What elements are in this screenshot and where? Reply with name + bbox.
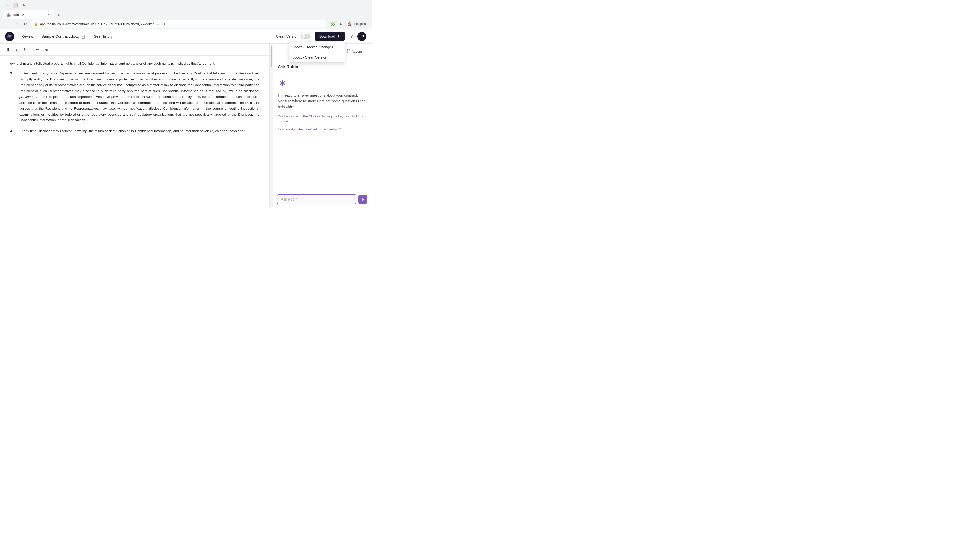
copy-doc-icon[interactable]: 📋: [81, 35, 85, 38]
maximize-button[interactable]: ⬜: [12, 2, 19, 9]
panel-scrollbar[interactable]: [270, 44, 273, 207]
browser-titlebar: — ⬜ ✕: [0, 0, 372, 10]
italic-button[interactable]: i: [13, 46, 21, 53]
robin-chat-area: I'm ready to answer questions about your…: [278, 75, 366, 139]
ask-robin-chat-content: I'm ready to answer questions about your…: [273, 75, 372, 191]
download-button-label: Download: [319, 35, 335, 38]
app: Review Sample Contract.docx 📋 See Histor…: [0, 29, 372, 207]
toolbar-divider: [31, 47, 32, 52]
actions-button[interactable]: [ ] Actions: [343, 47, 366, 56]
window-controls: — ⬜ ✕: [3, 2, 27, 9]
robin-suggestion-1[interactable]: Draft an email to the CEO explaining the…: [278, 114, 366, 124]
underline-button[interactable]: U: [21, 46, 29, 53]
download-tracked-changes[interactable]: .docx - Tracked Changes: [289, 42, 345, 52]
send-icon: ➤: [361, 197, 365, 202]
new-tab-button[interactable]: +: [55, 12, 62, 19]
clean-version-toggle[interactable]: [301, 34, 310, 39]
lock-icon: 🔒: [34, 22, 38, 26]
list-item-4: 4. At any time Discloser may request, in…: [10, 128, 259, 134]
paragraph-intro: ownership and intellectual property righ…: [10, 61, 259, 67]
list-text-4: At any time Discloser may request, in wr…: [19, 128, 259, 134]
active-tab[interactable]: 🤖 Robin AI ✕: [3, 10, 54, 19]
list-item-3: 3. If Recipient or any of its Representa…: [10, 71, 259, 123]
editor-document[interactable]: ownership and intellectual property righ…: [0, 56, 269, 207]
list-number-3: 3.: [10, 71, 15, 123]
download-clean-version[interactable]: .docx - Clean Version: [289, 52, 345, 62]
minimize-button[interactable]: —: [3, 2, 10, 9]
scroll-thumb: [271, 46, 272, 67]
bold-button[interactable]: B: [4, 46, 12, 53]
ask-input-area: ➤: [273, 191, 372, 207]
logo[interactable]: [5, 32, 14, 41]
download-area: Download ⬇ .docx - Tracked Changes .docx…: [315, 32, 345, 41]
robin-suggestion-2[interactable]: How are disputes resolved in this contra…: [278, 127, 366, 132]
see-history-button[interactable]: See History: [90, 33, 116, 40]
tab-close-button[interactable]: ✕: [46, 13, 51, 17]
clean-version-area: Clean Version: [276, 34, 310, 39]
indent-right-button[interactable]: ⇥: [42, 46, 50, 53]
incognito-icon: 🕵: [348, 22, 352, 26]
help-button[interactable]: ?: [347, 32, 356, 41]
tab-bar: 🤖 Robin AI ✕ +: [0, 10, 372, 19]
list-number-4: 4.: [10, 128, 15, 134]
incognito-indicator: 🕵 Incognito: [345, 21, 369, 27]
download-dropdown: .docx - Tracked Changes .docx - Clean Ve…: [289, 42, 345, 63]
robin-intro-icon: [278, 79, 366, 89]
reload-button[interactable]: ↻: [21, 21, 29, 27]
ask-send-button[interactable]: ➤: [358, 195, 368, 204]
star-icon[interactable]: ☆: [156, 21, 161, 27]
address-bar[interactable]: 🔒 app.robinai.co.uk/review/contract/Q29u…: [30, 20, 327, 28]
clean-version-label: Clean Version: [276, 35, 298, 38]
review-nav-button[interactable]: Review: [18, 33, 37, 40]
ask-robin-input[interactable]: [277, 194, 356, 204]
download-button[interactable]: Download ⬇: [315, 32, 345, 41]
robin-intro-text-1: I'm ready to answer questions about your…: [278, 93, 366, 110]
indent-left-button[interactable]: ⇤: [33, 46, 41, 53]
more-options-button[interactable]: ⋮: [360, 63, 366, 70]
tab-title: Robin AI: [13, 13, 25, 17]
avatar-button[interactable]: LD: [357, 32, 366, 41]
main-content: B i U ⇤ ⇥ ownership and intellectual pro…: [0, 44, 372, 207]
list-text-3: If Recipient or any of its Representativ…: [19, 71, 259, 123]
ask-robin-title: Ask Robin: [278, 65, 298, 69]
forward-button[interactable]: →: [12, 21, 19, 27]
editor-area: B i U ⇤ ⇥ ownership and intellectual pro…: [0, 44, 269, 207]
address-bar-row: ← → ↻ 🔒 app.robinai.co.uk/review/contrac…: [0, 19, 372, 29]
doc-title-text: Sample Contract.docx: [41, 34, 79, 38]
tab-icon: 🤖: [6, 13, 11, 17]
doc-title-area: Sample Contract.docx 📋: [41, 34, 86, 38]
back-button[interactable]: ←: [3, 21, 10, 27]
extensions-button[interactable]: 🧩: [329, 21, 336, 27]
bracket-icon: [ ]: [347, 49, 350, 54]
download-page-icon[interactable]: ⬇: [162, 21, 167, 27]
editor-toolbar: B i U ⇤ ⇥: [0, 44, 269, 56]
top-nav: Review Sample Contract.docx 📋 See Histor…: [0, 29, 372, 44]
panel-body: [ ] Actions Ask Robin ⋮: [273, 44, 372, 207]
browser-chrome: — ⬜ ✕ 🤖 Robin AI ✕ + ← → ↻ 🔒 app.robinai…: [0, 0, 372, 29]
incognito-label: Incognito: [353, 22, 366, 26]
toggle-knob: [301, 35, 305, 38]
download-arrow-icon: ⬇: [337, 34, 340, 39]
downloads-button[interactable]: ⬇: [337, 21, 345, 27]
url-text: app.robinai.co.uk/review/contract/Q29udH…: [40, 22, 154, 26]
right-panel-inner: [ ] Actions Ask Robin ⋮: [270, 44, 372, 207]
close-button[interactable]: ✕: [21, 2, 27, 9]
right-panel: [ ] Actions Ask Robin ⋮: [269, 44, 372, 207]
browser-right-icons: 🧩 ⬇ 🕵 Incognito: [329, 21, 369, 27]
address-bar-icons: ☆ ⬇: [156, 21, 167, 27]
actions-label: Actions: [352, 49, 363, 53]
